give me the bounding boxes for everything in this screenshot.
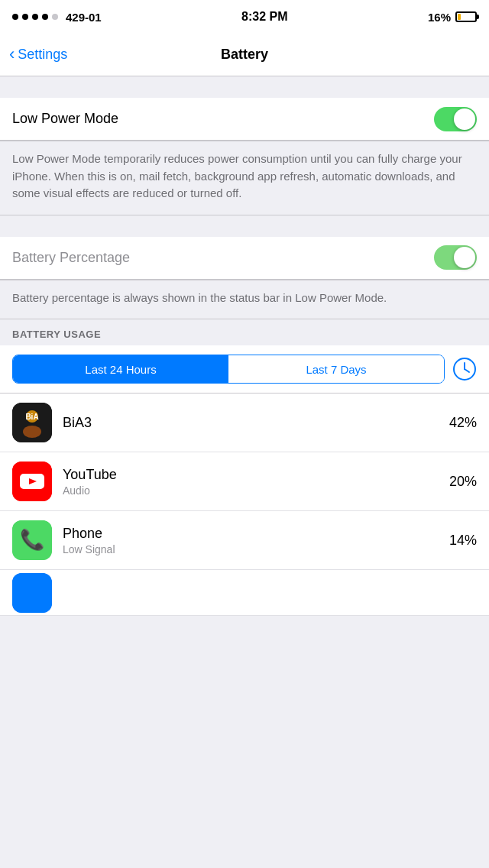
app-name-youtube: YouTube	[63, 467, 439, 483]
low-power-mode-toggle[interactable]	[434, 107, 477, 131]
app-name-bia3: BiA3	[63, 415, 439, 431]
low-power-mode-description: Low Power Mode temporarily reduces power…	[0, 141, 489, 215]
svg-text:BiA: BiA	[25, 413, 38, 421]
signal-dots	[12, 14, 58, 20]
tab-7d[interactable]: Last 7 Days	[228, 355, 444, 383]
battery-usage-header: BATTERY USAGE	[0, 319, 489, 345]
dot4	[42, 14, 48, 20]
status-bar: 429-01 8:32 PM 16%	[0, 0, 489, 34]
blue-icon-img	[12, 573, 52, 613]
app-icon-bia3: BiA	[12, 403, 52, 442]
svg-line-2	[465, 369, 469, 372]
app-percent-bia3: 42%	[449, 415, 477, 431]
tab-24h-label: Last 24 Hours	[85, 363, 156, 376]
battery-fill	[458, 14, 461, 20]
svg-text:📞: 📞	[20, 527, 45, 552]
battery-percentage-row: Battery Percentage	[0, 237, 489, 280]
section-gap-1	[0, 76, 489, 98]
youtube-icon-img	[12, 462, 52, 501]
phone-icon-img: 📞	[12, 520, 52, 560]
battery-percentage-description: Battery percentage is always shown in th…	[0, 280, 489, 320]
app-sub-youtube: Audio	[63, 484, 439, 497]
app-row-phone: 📞 Phone Low Signal 14%	[0, 511, 489, 570]
app-name-phone: Phone	[63, 526, 439, 542]
battery-icon	[455, 11, 477, 22]
status-left: 429-01	[12, 11, 102, 24]
chevron-left-icon: ‹	[9, 44, 15, 64]
app-percent-phone: 14%	[449, 533, 477, 549]
app-sub-phone: Low Signal	[63, 543, 439, 555]
dot3	[32, 14, 38, 20]
bia3-icon-img: BiA	[12, 403, 52, 442]
app-row-bia3: BiA BiA3 42%	[0, 394, 489, 452]
battery-percent: 16%	[428, 11, 451, 24]
status-time: 8:32 PM	[241, 10, 287, 24]
low-power-mode-desc-text: Low Power Mode temporarily reduces power…	[12, 151, 477, 202]
back-label: Settings	[18, 47, 67, 63]
low-power-mode-label: Low Power Mode	[12, 111, 118, 127]
svg-rect-12	[12, 573, 52, 613]
app-icon-blue	[12, 573, 52, 613]
clock-icon[interactable]	[452, 357, 477, 381]
app-row-partial	[0, 570, 489, 616]
app-percent-youtube: 20%	[449, 474, 477, 490]
back-button[interactable]: ‹ Settings	[9, 46, 67, 64]
page-title: Battery	[221, 47, 268, 63]
app-row-youtube: YouTube Audio 20%	[0, 452, 489, 511]
low-power-mode-row: Low Power Mode	[0, 98, 489, 141]
app-info-phone: Phone Low Signal	[63, 526, 439, 555]
status-right: 16%	[428, 11, 477, 24]
app-info-bia3: BiA3	[63, 415, 439, 431]
tab-7d-label: Last 7 Days	[306, 363, 366, 376]
battery-usage-header-text: BATTERY USAGE	[12, 329, 101, 340]
usage-tabs-group: Last 24 Hours Last 7 Days	[12, 355, 445, 384]
usage-tabs-container: Last 24 Hours Last 7 Days	[0, 345, 489, 394]
svg-point-5	[23, 426, 41, 438]
dot1	[12, 14, 18, 20]
app-icon-phone: 📞	[12, 520, 52, 560]
carrier-label: 429-01	[66, 11, 102, 24]
battery-percentage-label: Battery Percentage	[12, 250, 130, 266]
dot5	[52, 14, 58, 20]
battery-percentage-toggle[interactable]	[434, 245, 477, 270]
app-info-youtube: YouTube Audio	[63, 467, 439, 497]
battery-percentage-desc-text: Battery percentage is always shown in th…	[12, 290, 477, 307]
tab-24h[interactable]: Last 24 Hours	[13, 355, 228, 383]
nav-bar: ‹ Settings Battery	[0, 34, 489, 76]
dot2	[22, 14, 28, 20]
app-icon-youtube	[12, 462, 52, 501]
section-gap-2	[0, 215, 489, 237]
